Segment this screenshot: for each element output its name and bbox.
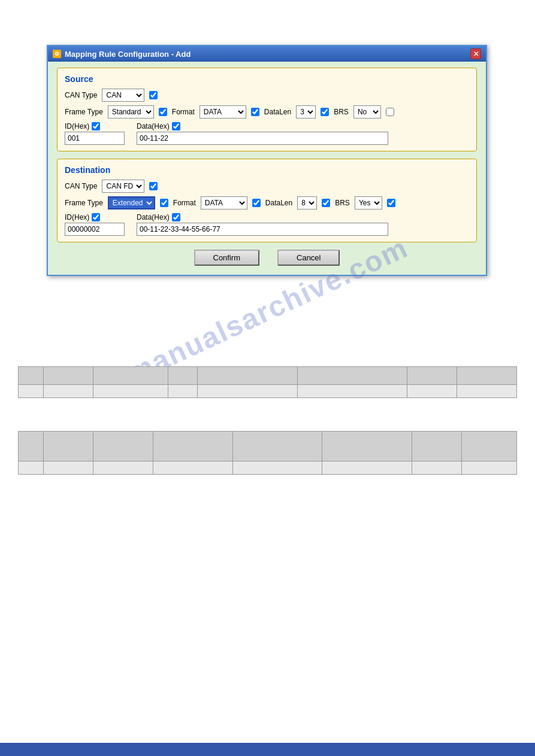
table1-row1-col2 (43, 385, 93, 398)
dest-id-data-row: ID(Hex) Data(Hex) (65, 213, 469, 236)
table2-col1-header (19, 432, 44, 462)
table1-data-row (19, 385, 517, 398)
table2-row1-col7 (412, 462, 462, 475)
dest-datalen-checkbox[interactable] (322, 199, 330, 207)
dialog-icon: ⚙ (53, 50, 61, 58)
status-bar (0, 743, 535, 756)
table2-col5-header (232, 432, 322, 462)
dest-frame-type-row: Frame Type Standard Extended Format DATA… (65, 196, 469, 210)
table1-col4-header (168, 367, 198, 385)
dest-brs-label: BRS (335, 199, 350, 207)
dest-format-label: Format (173, 199, 196, 207)
table2-col2-header (43, 432, 93, 462)
table1-row1-col5 (198, 385, 297, 398)
cancel-button[interactable]: Cancel (277, 250, 340, 266)
source-datalen-select[interactable]: 1234 5678 (296, 105, 316, 119)
table1-col1-header (19, 367, 44, 385)
dialog-button-row: Confirm Cancel (57, 250, 477, 266)
dest-can-type-select[interactable]: CAN CAN FD (102, 180, 144, 193)
table2-area (18, 431, 517, 475)
table1-row1-col8 (457, 385, 517, 398)
source-brs-select[interactable]: No Yes (353, 105, 381, 119)
source-data-hex-label: Data(Hex) (137, 122, 388, 130)
table2-col8-header (462, 432, 517, 462)
dest-frame-type-select[interactable]: Standard Extended (108, 196, 155, 210)
table2-row1-col8 (462, 462, 517, 475)
dest-brs-select[interactable]: No Yes (355, 196, 382, 210)
table2-row1-col2 (43, 462, 93, 475)
table1-header-row (19, 367, 517, 385)
source-datalen-label: DataLen (264, 108, 291, 116)
table2-row1-col5 (232, 462, 322, 475)
dialog-titlebar: ⚙ Mapping Rule Configuration - Add ✕ (48, 46, 486, 62)
destination-section: Destination CAN Type CAN CAN FD Frame Ty… (57, 159, 477, 242)
dialog-close-button[interactable]: ✕ (470, 48, 481, 59)
dest-frame-type-checkbox[interactable] (160, 199, 168, 207)
dest-frame-type-label: Frame Type (65, 199, 103, 207)
page: ⚙ Mapping Rule Configuration - Add ✕ Sou… (0, 0, 535, 756)
source-datalen-checkbox[interactable] (321, 108, 329, 116)
dialog-title: Mapping Rule Configuration - Add (65, 50, 191, 59)
source-section: Source CAN Type CAN CAN FD Frame Type St… (57, 68, 477, 151)
source-brs-checkbox[interactable] (386, 108, 394, 116)
dest-can-type-row: CAN Type CAN CAN FD (65, 180, 469, 193)
source-frame-type-row: Frame Type Standard Extended Format DATA… (65, 105, 469, 119)
source-id-hex-label: ID(Hex) (65, 122, 125, 130)
source-can-type-row: CAN Type CAN CAN FD (65, 89, 469, 102)
source-frame-type-checkbox[interactable] (159, 108, 167, 116)
table1-col7-header (407, 367, 457, 385)
confirm-button[interactable]: Confirm (194, 250, 260, 266)
dest-data-group: Data(Hex) (137, 213, 388, 236)
dest-data-hex-checkbox[interactable] (172, 213, 180, 221)
dest-data-hex-label: Data(Hex) (137, 213, 388, 221)
dest-id-hex-label: ID(Hex) (65, 213, 125, 221)
table1-col3-header (93, 367, 168, 385)
dest-datalen-label: DataLen (265, 199, 292, 207)
table1-col5-header (198, 367, 297, 385)
source-id-hex-checkbox[interactable] (92, 122, 100, 130)
table2-row1-col1 (19, 462, 44, 475)
source-brs-label: BRS (334, 108, 349, 116)
titlebar-left: ⚙ Mapping Rule Configuration - Add (53, 50, 191, 59)
table1-col2-header (43, 367, 93, 385)
table1-col8-header (457, 367, 517, 385)
source-id-data-row: ID(Hex) Data(Hex) (65, 122, 469, 145)
table2 (18, 431, 517, 475)
table2-row1-col6 (322, 462, 412, 475)
dest-datalen-select[interactable]: 1234 5678 (297, 196, 317, 210)
mapping-rule-dialog: ⚙ Mapping Rule Configuration - Add ✕ Sou… (47, 45, 487, 276)
source-data-hex-checkbox[interactable] (172, 122, 180, 130)
dest-can-type-label: CAN Type (65, 182, 97, 190)
table2-col7-header (412, 432, 462, 462)
table2-col3-header (93, 432, 153, 462)
table1-row1-col1 (19, 385, 44, 398)
table2-header-row (19, 432, 517, 462)
table2-col4-header (153, 432, 232, 462)
source-can-type-select[interactable]: CAN CAN FD (102, 89, 144, 102)
dest-data-input[interactable] (137, 223, 388, 236)
table1-row1-col6 (297, 385, 407, 398)
source-id-group: ID(Hex) (65, 122, 125, 145)
source-format-label: Format (172, 108, 195, 116)
destination-section-title: Destination (65, 165, 469, 175)
dest-format-select[interactable]: DATA REMOTE (201, 196, 247, 210)
dest-can-type-checkbox[interactable] (149, 182, 158, 190)
dest-format-checkbox[interactable] (252, 199, 261, 207)
dest-id-group: ID(Hex) (65, 213, 125, 236)
table2-data-row (19, 462, 517, 475)
source-data-input[interactable] (137, 132, 388, 145)
dest-brs-checkbox[interactable] (387, 199, 395, 207)
dest-id-hex-checkbox[interactable] (92, 213, 100, 221)
source-can-type-checkbox[interactable] (149, 91, 158, 99)
source-data-group: Data(Hex) (137, 122, 388, 145)
dest-id-input[interactable] (65, 223, 125, 236)
source-format-select[interactable]: DATA REMOTE (200, 105, 246, 119)
table1-area (18, 366, 517, 398)
source-section-title: Source (65, 74, 469, 84)
source-frame-type-select[interactable]: Standard Extended (108, 105, 154, 119)
table2-col6-header (322, 432, 412, 462)
table1 (18, 366, 517, 398)
source-format-checkbox[interactable] (251, 108, 259, 116)
source-id-input[interactable] (65, 132, 125, 145)
table1-row1-col7 (407, 385, 457, 398)
